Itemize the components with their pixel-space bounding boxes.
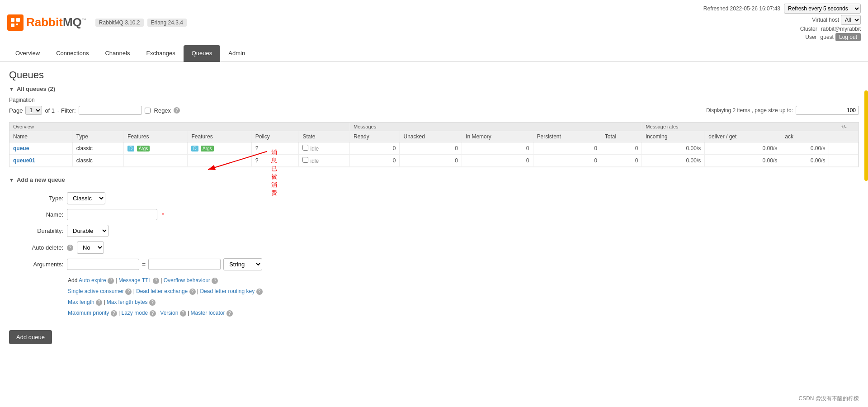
page-title: Queues [9, 69, 859, 81]
link-single-active[interactable]: Single active consumer [68, 288, 124, 294]
overview-group-header: Overview [9, 123, 350, 131]
queue-name-link[interactable]: queue [13, 145, 29, 151]
lazy-mode-help[interactable]: ? [150, 310, 156, 317]
link-message-ttl[interactable]: Message TTL [118, 277, 151, 284]
queues-table-container: Overview Messages Message rates +/- Name… [9, 122, 859, 167]
auto-expire-help[interactable]: ? [108, 278, 114, 284]
regex-help-icon[interactable]: ? [174, 107, 180, 114]
queue-deliver-get: 0.00/s [705, 142, 781, 155]
logo-rabbit: Rabbit [26, 15, 63, 29]
link-dead-letter-exchange[interactable]: Dead letter exchange [136, 288, 188, 294]
nav-exchanges[interactable]: Exchanges [138, 45, 183, 62]
all-queues-header[interactable]: ▼ All queues (2) [9, 85, 859, 92]
filter-label: - Filter: [57, 107, 75, 114]
user-value: guest [821, 34, 834, 40]
nav-queues[interactable]: Queues [184, 45, 221, 62]
version-help[interactable]: ? [180, 310, 186, 317]
single-active-help[interactable]: ? [125, 289, 132, 295]
link-auto-expire[interactable]: Auto expire [79, 277, 106, 284]
logout-button[interactable]: Log out [835, 33, 861, 41]
regex-label: Regex [154, 107, 171, 114]
arguments-label: Arguments: [9, 261, 63, 268]
col-state: State [299, 131, 350, 142]
link-max-length-bytes[interactable]: Max length bytes [107, 299, 148, 305]
queue01-type: classic [72, 155, 123, 167]
tag-d2: D [191, 146, 198, 151]
auto-delete-help-icon[interactable]: ? [67, 245, 73, 251]
refreshed-text: Refreshed 2022-05-26 16:07:43 [703, 5, 780, 12]
auto-delete-row: Auto delete: ? No Yes [9, 241, 859, 254]
queue01-total: 0 [601, 155, 642, 167]
version1-badge: RabbitMQ 3.10.2 [95, 19, 144, 27]
nav-channels[interactable]: Channels [97, 45, 138, 62]
logo-icon [7, 14, 24, 31]
table-row: queue classic D Args D Args ? idle 0 0 0 [9, 142, 859, 155]
add-queue-header[interactable]: ▼ Add a new queue [9, 176, 859, 183]
arg-type-select[interactable]: String Number Boolean [223, 258, 262, 270]
link-lazy-mode[interactable]: Lazy mode [121, 310, 148, 316]
dead-letter-exchange-help[interactable]: ? [189, 289, 196, 295]
durability-row: Durability: Durable Transient [9, 225, 859, 237]
virtual-host-label: Virtual host [812, 17, 839, 23]
arrow-svg [203, 149, 240, 172]
queue01-incoming: 0.00/s [642, 155, 705, 167]
link-master-locator[interactable]: Master locator [191, 310, 225, 316]
chevron-down-icon: ▼ [9, 86, 14, 92]
link-dead-letter-routing[interactable]: Dead letter routing key [200, 288, 255, 294]
add-queue-label: Add a new queue [17, 176, 65, 183]
queue01-ack: 0.00/s [781, 155, 829, 167]
durability-select[interactable]: Durable Transient [67, 225, 108, 237]
col-persistent: Persistent [533, 131, 601, 142]
arg-key-input[interactable] [67, 259, 139, 270]
queue-extra [829, 142, 859, 155]
max-length-bytes-help[interactable]: ? [149, 299, 156, 306]
col-features1: Features [124, 131, 188, 142]
refresh-select[interactable]: Refresh every 5 seconds Refresh every 10… [784, 4, 861, 14]
filter-input[interactable] [79, 106, 142, 115]
nav-admin[interactable]: Admin [220, 45, 253, 62]
queue01-name-link[interactable]: queue01 [13, 157, 35, 164]
col-type: Type [72, 131, 123, 142]
queue-unacked: 0 [400, 142, 462, 155]
auto-delete-select[interactable]: No Yes [77, 241, 104, 254]
arg-value-input[interactable] [148, 259, 221, 270]
queue01-features1 [124, 155, 188, 167]
add-prefix: Add [68, 277, 79, 284]
page-size-input[interactable] [796, 106, 859, 115]
type-select[interactable]: Classic Quorum Stream [67, 192, 105, 204]
regex-checkbox[interactable] [145, 108, 151, 114]
user-label: User [805, 34, 816, 40]
max-length-help[interactable]: ? [96, 299, 102, 306]
dead-letter-routing-help[interactable]: ? [256, 289, 263, 295]
add-queue-form: Type: Classic Quorum Stream Name: * Dura… [9, 188, 859, 349]
logo: RabbitMQ™ [7, 14, 86, 31]
pagination-right: Displaying 2 items , page size up to: [706, 106, 859, 115]
overflow-help[interactable]: ? [212, 278, 218, 284]
cluster-label: Cluster [800, 26, 817, 32]
master-locator-help[interactable]: ? [226, 310, 233, 317]
link-overflow-behaviour[interactable]: Overflow behaviour [164, 277, 210, 284]
scrollbar[interactable] [864, 90, 868, 181]
virtual-host-select[interactable]: All / [841, 15, 861, 25]
message-ttl-help[interactable]: ? [153, 278, 159, 284]
table-row: queue01 classic ? idle 0 0 0 0 0 0.00/s … [9, 155, 859, 167]
page-select[interactable]: 1 [25, 106, 42, 115]
link-max-priority[interactable]: Maximum priority [68, 310, 109, 316]
plus-minus-button[interactable]: +/- [829, 123, 859, 131]
col-ready: Ready [350, 131, 400, 142]
logo-tm: ™ [82, 18, 86, 23]
auto-delete-label: Auto delete: [9, 244, 63, 251]
queue01-state: idle [299, 155, 350, 167]
queue01-ready: 0 [350, 155, 400, 167]
nav-connections[interactable]: Connections [48, 45, 97, 62]
link-version[interactable]: Version [160, 310, 178, 316]
add-links: Add Auto expire ? | Message TTL ? | Over… [68, 275, 859, 318]
add-queue-button[interactable]: Add queue [9, 330, 52, 344]
type-row: Type: Classic Quorum Stream [9, 192, 859, 204]
name-input[interactable] [67, 209, 157, 220]
nav-overview[interactable]: Overview [7, 45, 48, 62]
max-priority-help[interactable]: ? [111, 310, 117, 317]
link-max-length[interactable]: Max length [68, 299, 94, 305]
type-label: Type: [9, 195, 63, 202]
tag-args[interactable]: Args [137, 146, 150, 151]
